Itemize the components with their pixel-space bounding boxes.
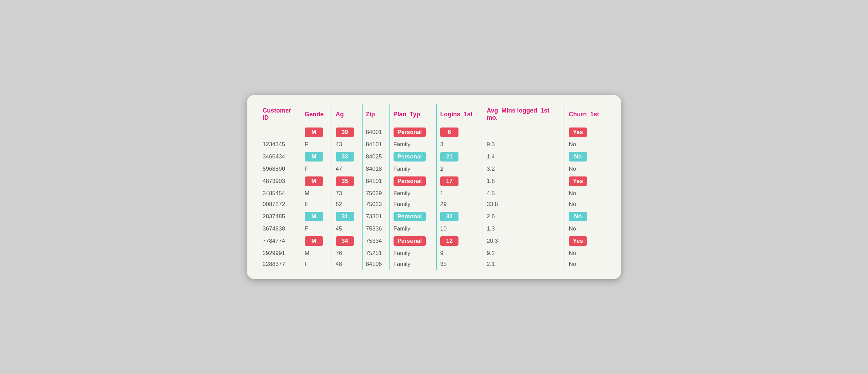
table-cell: Family: [389, 139, 436, 150]
table-row: 2288377F4884106Family352.1No: [259, 259, 609, 270]
table-cell: F: [301, 199, 332, 210]
table-cell: No: [565, 150, 609, 164]
table-cell: 82: [332, 199, 362, 210]
avg-mins-cell: 33.8: [483, 199, 565, 210]
table-cell: No: [565, 164, 609, 174]
table-cell: Yes: [565, 125, 609, 139]
table-cell: 32: [436, 210, 483, 223]
table-cell: M: [301, 234, 332, 248]
table-cell: 76: [332, 248, 362, 259]
table-cell: Personal: [389, 234, 436, 248]
table-cell: 3: [436, 139, 483, 150]
customer-id-cell: 3485454: [259, 188, 301, 199]
table-cell: 31: [332, 210, 362, 223]
table-cell: 47: [332, 164, 362, 174]
table-cell: 17: [436, 174, 483, 188]
customer-id-cell: 2288377: [259, 259, 301, 270]
zip-cell: 84001: [362, 125, 389, 139]
table-cell: Yes: [565, 174, 609, 188]
zip-cell: 84101: [362, 139, 389, 150]
table-cell: 43: [332, 139, 362, 150]
header-age: Ag: [332, 104, 362, 125]
table-cell: Personal: [389, 210, 436, 223]
table-cell: F: [301, 164, 332, 174]
table-cell: M: [301, 174, 332, 188]
customer-id-cell: 4873903: [259, 174, 301, 188]
table-cell: Personal: [389, 125, 436, 139]
table-cell: Personal: [389, 174, 436, 188]
customer-id-cell: 3674838: [259, 223, 301, 234]
table-cell: No: [565, 259, 609, 270]
zip-cell: 75251: [362, 248, 389, 259]
table-row: 2929991M7675251Family99.2No: [259, 248, 609, 259]
table-cell: 34: [332, 234, 362, 248]
avg-mins-cell: 2.6: [483, 210, 565, 223]
table-cell: Family: [389, 223, 436, 234]
table-cell: Family: [389, 259, 436, 270]
table-cell: M: [301, 125, 332, 139]
zip-cell: 84025: [362, 150, 389, 164]
table-cell: No: [565, 139, 609, 150]
table-cell: 9: [436, 248, 483, 259]
table-cell: 35: [332, 174, 362, 188]
table-cell: 39: [332, 125, 362, 139]
table-cell: No: [565, 188, 609, 199]
customer-id-cell: 2837485: [259, 210, 301, 223]
header-churn: Churn_1st: [565, 104, 609, 125]
customer-id-cell: 2929991: [259, 248, 301, 259]
table-cell: Family: [389, 188, 436, 199]
header-plan-type: Plan_Typ: [389, 104, 436, 125]
table-cell: 35: [436, 259, 483, 270]
zip-cell: 75023: [362, 199, 389, 210]
main-container: CustomerID Gende Ag Zip Plan_Typ Logins_…: [247, 95, 621, 279]
avg-mins-cell: 9.2: [483, 248, 565, 259]
table-cell: 12: [436, 234, 483, 248]
table-cell: 2: [436, 164, 483, 174]
table-row: 3466434M3384025Personal211.4No: [259, 150, 609, 164]
table-cell: 1: [436, 188, 483, 199]
table-cell: 21: [436, 150, 483, 164]
header-logins: Logins_1st: [436, 104, 483, 125]
avg-mins-cell: [483, 125, 565, 139]
avg-mins-cell: 1.8: [483, 174, 565, 188]
customer-id-cell: [259, 125, 301, 139]
table-cell: 29: [436, 199, 483, 210]
table-cell: Yes: [565, 234, 609, 248]
table-row: 5968890F4784018Family23.2No: [259, 164, 609, 174]
avg-mins-cell: 2.1: [483, 259, 565, 270]
avg-mins-cell: 4.5: [483, 188, 565, 199]
customer-id-cell: 5968890: [259, 164, 301, 174]
zip-cell: 84106: [362, 259, 389, 270]
header-customer-id: CustomerID: [259, 104, 301, 125]
zip-cell: 84018: [362, 164, 389, 174]
avg-mins-cell: 20.3: [483, 234, 565, 248]
zip-cell: 84101: [362, 174, 389, 188]
table-cell: No: [565, 199, 609, 210]
table-cell: 33: [332, 150, 362, 164]
table-cell: Family: [389, 248, 436, 259]
table-row: 4873903M3584101Personal171.8Yes: [259, 174, 609, 188]
table-row: 0087272F8275023Family2933.8No: [259, 199, 609, 210]
customer-id-cell: 0087272: [259, 199, 301, 210]
table-cell: F: [301, 139, 332, 150]
zip-cell: 75029: [362, 188, 389, 199]
customer-id-cell: 1234345: [259, 139, 301, 150]
table-cell: M: [301, 248, 332, 259]
zip-cell: 75334: [362, 234, 389, 248]
header-gender: Gende: [301, 104, 332, 125]
table-cell: No: [565, 248, 609, 259]
table-cell: Family: [389, 199, 436, 210]
zip-cell: 73301: [362, 210, 389, 223]
table-cell: 48: [332, 259, 362, 270]
table-cell: Family: [389, 164, 436, 174]
table-cell: Personal: [389, 150, 436, 164]
table-row: 2837485M3173301Personal322.6No: [259, 210, 609, 223]
table-cell: 10: [436, 223, 483, 234]
table-row: 1234345F4384101Family39.3No: [259, 139, 609, 150]
table-cell: No: [565, 210, 609, 223]
table-cell: M: [301, 210, 332, 223]
table-cell: F: [301, 223, 332, 234]
table-cell: F: [301, 259, 332, 270]
avg-mins-cell: 3.2: [483, 164, 565, 174]
customer-id-cell: 7784774: [259, 234, 301, 248]
